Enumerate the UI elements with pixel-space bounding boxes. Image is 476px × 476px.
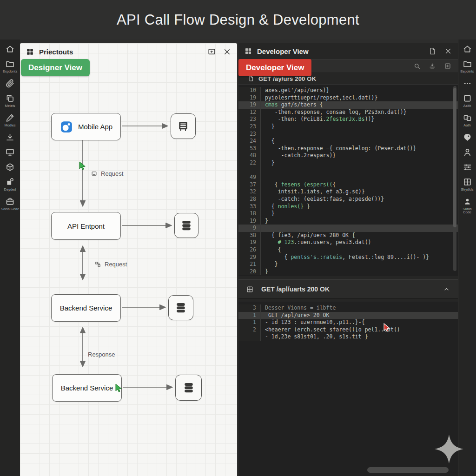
developer-panel: Developer View GET /ay/urs 200 OK 10axes… — [238, 43, 458, 476]
left-rail-item-expdontz[interactable]: Expdontz — [3, 59, 17, 73]
code-line[interactable] — [238, 167, 458, 174]
close-window-button[interactable] — [444, 47, 452, 55]
edge-label-text: Response — [88, 351, 115, 358]
left-rail-item-socia-gede[interactable]: Socia Gede — [1, 197, 19, 211]
line-number: 19 — [238, 218, 261, 225]
left-rail-item-paperclip-icon[interactable] — [5, 79, 15, 88]
cube-icon — [5, 162, 15, 172]
right-rail-item-aath[interactable]: Aath — [463, 113, 472, 127]
code-line[interactable]: 38 { fie3, /api/uers 280 OK { — [238, 232, 458, 239]
right-rail-item-eepoints[interactable]: Eepoints — [460, 59, 474, 73]
code-line[interactable]: 28 -catch: (eeiast:faas, a:pesde())} — [238, 196, 458, 203]
flow-node-mobile-app[interactable]: Mobile App — [51, 113, 121, 140]
left-rail-item-home-icon[interactable] — [5, 44, 15, 54]
green-cursor-1 — [77, 160, 88, 172]
code-editor-block-1[interactable]: 10axes.get'/api/uers)}19pyiolesrttiuepri… — [238, 85, 458, 276]
code-line[interactable]: 1 GET /apl/ure> 20 OK — [238, 312, 458, 319]
folder-icon — [5, 59, 15, 69]
right-rail-item-sutas-code[interactable]: Sutas Code — [458, 197, 476, 215]
code-line[interactable]: 37 { fesens (espers(({ — [238, 181, 458, 189]
left-rail-item-cube-icon[interactable] — [5, 162, 15, 172]
code-line[interactable]: 49 — [238, 174, 458, 181]
right-rail-item-asith[interactable]: Asith — [463, 93, 472, 108]
right-rail-item-person-icon[interactable] — [463, 147, 472, 157]
code-line[interactable]: 53 -then.response ={ conselelog: (Peser.… — [238, 145, 458, 152]
line-number: 23 — [238, 116, 261, 123]
response-section-title: GET /apl/uarts 200 OK — [261, 285, 435, 293]
right-rail-item-splash-icon[interactable] — [463, 132, 472, 142]
chevron-up-icon[interactable] — [443, 285, 450, 293]
left-rail-item-download-icon[interactable] — [5, 132, 15, 142]
developer-view-badge[interactable]: Developer View — [238, 59, 311, 76]
title-bar: API Call Flow Design & Development — [0, 0, 476, 40]
flow-node-server[interactable] — [171, 113, 196, 139]
flow-node-backend-service-1[interactable]: Backend Service — [51, 294, 121, 322]
flow-connectors — [20, 43, 237, 476]
code-line[interactable]: 33 { nonles(} } — [238, 203, 458, 211]
edge-label-text: Request — [101, 170, 123, 177]
code-line[interactable]: 2<heaerer (erch.sect sfaree(([o pel1..da… — [238, 326, 458, 334]
horizontal-scrollbar[interactable] — [367, 467, 449, 473]
code-line[interactable]: 26 { — [238, 246, 458, 254]
code-line[interactable]: 21 } — [238, 261, 458, 268]
right-rail-item-sliders-icon[interactable] — [463, 162, 472, 172]
code-text: } — [261, 123, 275, 131]
right-rail-item-home-icon[interactable] — [463, 44, 472, 54]
code-line[interactable]: 19} — [238, 218, 458, 225]
add-box-icon[interactable] — [444, 62, 451, 70]
line-number: 19 — [238, 101, 261, 109]
code-line[interactable]: 3Desser Vionns = ilbfte — [238, 304, 458, 312]
code-line[interactable]: - 1d,23e s81st01, .20, s1s.tit } — [238, 333, 458, 341]
code-line[interactable]: 24 { — [238, 138, 458, 145]
right-toolbar-rail: EepointsAsithAathStrydidsSutas Code — [458, 40, 476, 476]
new-page-button[interactable] — [428, 47, 436, 55]
code-line[interactable]: 29 { pentss's.:rateis, Fetest.:leg 89...… — [238, 254, 458, 261]
code-line[interactable]: 18 } — [238, 210, 458, 218]
search-icon[interactable] — [413, 62, 421, 70]
line-number: 33 — [238, 203, 261, 211]
code-line[interactable]: 23 -then: (PciL8i.2festerJx.Bs))} — [238, 116, 458, 123]
right-rail-item-strydids[interactable]: Strydids — [461, 177, 473, 192]
flow-node-database-2[interactable] — [168, 295, 193, 320]
code-line[interactable]: 20} — [238, 268, 458, 276]
code-line[interactable]: 23 — [238, 131, 458, 138]
green-cursor-2 — [113, 383, 124, 394]
line-number: 1 — [238, 312, 261, 319]
code-line[interactable]: 19cmas gaf/s/taers { — [238, 101, 458, 109]
code-text: intsit.1.iats, ef a3.g.s¢)} — [261, 188, 365, 196]
flow-node-database-3[interactable] — [175, 375, 202, 401]
code-line[interactable]: 1- id 123 : uzernmue10,.p11..}-{ — [238, 319, 458, 326]
person-icon — [463, 147, 472, 157]
code-editor-block-2[interactable]: 3Desser Vionns = ilbfte1 GET /apl/ure> 2… — [238, 302, 458, 476]
right-rail-item-ellipsis-icon[interactable] — [463, 79, 472, 88]
line-number: 12 — [238, 109, 261, 116]
code-line[interactable]: 19pyiolesrttiuepri/repset,iecl.dat()} — [238, 94, 458, 102]
left-rail-item-modies[interactable]: Modies — [4, 113, 15, 127]
left-rail-item-metels[interactable]: Metels — [5, 93, 15, 108]
flow-node-backend-service-2[interactable]: Backend Service — [52, 374, 122, 402]
left-rail-item-dayded[interactable]: Dayded — [4, 177, 16, 192]
home-icon — [5, 44, 15, 54]
designer-view-badge[interactable]: Designer View — [21, 59, 90, 76]
paperclip-icon — [5, 79, 15, 88]
flow-node-database-1[interactable] — [174, 213, 198, 238]
code-line[interactable]: 12 -then.response, consae log, P2s3xn.da… — [238, 109, 458, 116]
code-scrollbar[interactable] — [453, 86, 456, 271]
code-text: -catch.2respars)} — [261, 152, 336, 159]
code-line[interactable]: 10axes.get'/api/uers)} — [238, 87, 458, 94]
flow-node-api-endpoint[interactable]: API Entpont — [51, 212, 121, 240]
code-line[interactable]: 32 intsit.1.iats, ef a3.g.s¢)} — [238, 188, 458, 196]
response-section-header[interactable]: GET /apl/uarts 200 OK — [238, 279, 458, 299]
close-window-button[interactable] — [223, 47, 231, 56]
code-line[interactable]: 23 } — [238, 123, 458, 131]
code-line[interactable]: 19 # 123.:uen.users, pesi3.dat() — [238, 239, 458, 246]
developer-window-title: Developer View — [257, 47, 421, 55]
code-line[interactable]: 9 — [238, 225, 458, 232]
code-line[interactable]: 48 -catch.2respars)} — [238, 152, 458, 159]
restore-window-button[interactable] — [207, 47, 216, 56]
code-line[interactable]: 22 } — [238, 159, 458, 167]
tray-download-icon[interactable] — [429, 62, 436, 70]
line-number: 26 — [238, 246, 261, 254]
left-rail-item-monitor-icon[interactable] — [5, 147, 15, 157]
monitor-icon — [5, 147, 15, 157]
